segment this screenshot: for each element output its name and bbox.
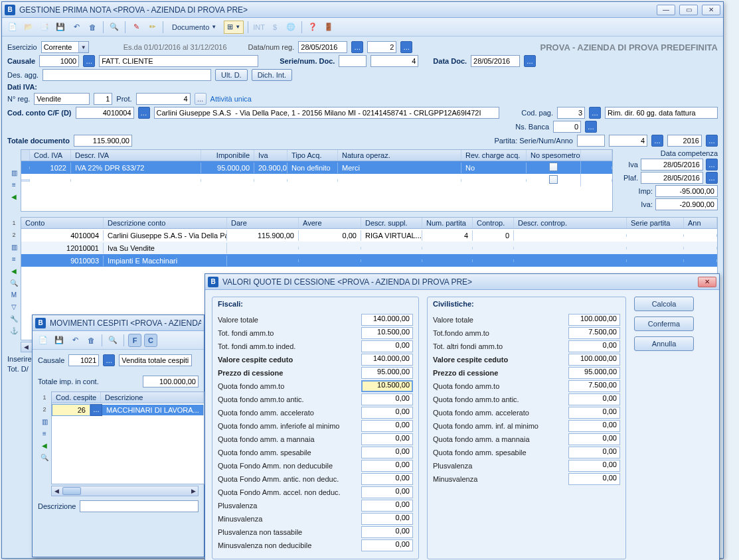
- tree-menu[interactable]: ⊞ ▼: [224, 21, 244, 34]
- value-field[interactable]: 0,00: [568, 460, 620, 472]
- value-field[interactable]: 0,00: [568, 340, 620, 352]
- value-field[interactable]: 0,00: [568, 420, 620, 432]
- conti-row[interactable]: 4010004 Carlini Giuseppe S.A.S - Via Del…: [21, 229, 717, 242]
- date-picker-icon[interactable]: …: [706, 172, 718, 184]
- ult-d-button[interactable]: Ult. D.: [215, 69, 248, 81]
- row-detail-icon[interactable]: ▥: [9, 242, 19, 251]
- close-button[interactable]: ✕: [698, 277, 716, 287]
- filter-icon[interactable]: ▽: [9, 302, 19, 311]
- value-field[interactable]: 95.000,00: [568, 367, 620, 379]
- iva-row[interactable]: [21, 174, 612, 186]
- prot-num-field[interactable]: [136, 93, 191, 105]
- esercizio-combo[interactable]: ▼: [41, 41, 89, 53]
- lookup-icon[interactable]: …: [706, 135, 718, 147]
- des-agg-field[interactable]: [42, 69, 211, 81]
- value-field[interactable]: 0,00: [361, 433, 413, 445]
- value-field[interactable]: 0,00: [361, 393, 413, 405]
- value-field[interactable]: 0,00: [361, 513, 413, 525]
- value-field[interactable]: 0,00: [361, 486, 413, 498]
- row-detail-icon[interactable]: ▥: [9, 168, 19, 177]
- descr-field[interactable]: [80, 500, 199, 512]
- value-field[interactable]: 0,00: [568, 407, 620, 419]
- new-icon[interactable]: 📄: [37, 334, 50, 347]
- value-field[interactable]: 0,00: [361, 526, 413, 538]
- value-field[interactable]: 0,00: [568, 473, 620, 485]
- value-field[interactable]: 0,00: [568, 433, 620, 445]
- chevron-down-icon[interactable]: ▼: [78, 42, 88, 52]
- conti-row[interactable]: 12010001 Iva Su Vendite: [21, 242, 717, 254]
- iva-grid[interactable]: Cod. IVA Descr. IVA Imponibile Iva Tipo …: [21, 149, 613, 212]
- value-field[interactable]: 0,00: [361, 539, 413, 551]
- value-field[interactable]: 0,00: [361, 460, 413, 472]
- data-doc-field[interactable]: [471, 55, 520, 67]
- plaf-date[interactable]: 28/05/2016: [641, 172, 703, 184]
- totale-doc-field[interactable]: [74, 135, 132, 147]
- anagrafica-field[interactable]: [154, 107, 499, 119]
- lookup-icon[interactable]: …: [138, 107, 150, 119]
- exit-icon[interactable]: 🚪: [322, 21, 335, 34]
- ns-banca-field[interactable]: [553, 121, 581, 133]
- value-field[interactable]: 0,00: [361, 340, 413, 352]
- row-detail-icon[interactable]: ▥: [40, 417, 49, 426]
- mov-totimp-field[interactable]: [143, 376, 199, 387]
- search-icon[interactable]: 🔍: [106, 334, 120, 347]
- spesometro-checkbox[interactable]: [549, 175, 558, 184]
- partita-serie-field[interactable]: [577, 135, 605, 147]
- dich-int-button[interactable]: Dich. Int.: [252, 69, 292, 81]
- row-list-icon[interactable]: ≡: [40, 429, 49, 438]
- maximize-button[interactable]: ▭: [679, 5, 698, 15]
- minimize-button[interactable]: —: [657, 5, 675, 15]
- tool-pencil-icon[interactable]: ✏: [145, 21, 159, 34]
- data-reg-field[interactable]: [298, 41, 347, 53]
- help-icon[interactable]: ❓: [306, 21, 319, 34]
- value-field[interactable]: 0,00: [568, 393, 620, 405]
- copy-icon[interactable]: 📑: [38, 21, 51, 34]
- value-field[interactable]: 0,00: [361, 420, 413, 432]
- value-field[interactable]: 95.000,00: [361, 367, 413, 379]
- value-field[interactable]: 10.500,00: [361, 327, 413, 339]
- c-icon[interactable]: C: [144, 334, 157, 347]
- close-button[interactable]: ✕: [702, 5, 720, 15]
- delete-icon[interactable]: 🗑: [86, 21, 99, 34]
- lookup-icon[interactable]: …: [589, 107, 601, 119]
- open-icon[interactable]: 📂: [22, 21, 35, 34]
- partita-anno-field[interactable]: [667, 135, 702, 147]
- conferma-button[interactable]: Conferma: [634, 316, 694, 331]
- value-field[interactable]: 100.000,00: [568, 354, 620, 366]
- f-icon[interactable]: F: [128, 334, 141, 347]
- value-field[interactable]: 140.000,00: [361, 314, 413, 326]
- calcola-button[interactable]: Calcola: [634, 297, 694, 311]
- attivita-link[interactable]: Attività unica: [210, 95, 252, 103]
- lookup-icon[interactable]: …: [195, 93, 206, 105]
- spesometro-checkbox[interactable]: [549, 163, 558, 171]
- value-field[interactable]: 0,00: [568, 447, 620, 458]
- num-doc-field[interactable]: [370, 55, 418, 67]
- value-field[interactable]: 0,00: [361, 407, 413, 419]
- value-field[interactable]: 0,00: [361, 500, 413, 512]
- iva-row[interactable]: 1022 IVA 22% DPR 633/72 95.000,00 20.900…: [21, 161, 612, 174]
- value-field[interactable]: 100.000,00: [568, 314, 620, 326]
- row-add-icon[interactable]: ◀: [9, 266, 19, 275]
- num-reg-field[interactable]: [367, 41, 396, 53]
- value-field[interactable]: 10.500,00: [361, 380, 413, 392]
- mov-causale-code[interactable]: [68, 354, 99, 366]
- delete-icon[interactable]: 🗑: [84, 334, 98, 347]
- documento-menu[interactable]: Documento▼: [167, 21, 221, 34]
- nreg-num-field[interactable]: [94, 93, 112, 105]
- row-list-icon[interactable]: ≡: [9, 254, 19, 263]
- scroll-left-icon[interactable]: ◀: [21, 342, 31, 352]
- causale-code-field[interactable]: [39, 55, 79, 67]
- conti-row[interactable]: 9010003 Impianti E Macchinari: [21, 254, 717, 267]
- row-add-icon[interactable]: ◀: [40, 441, 49, 450]
- cespite-row[interactable]: 26 … MACCHINARI DI LAVORA...: [52, 403, 204, 416]
- save-icon[interactable]: 💾: [54, 21, 67, 34]
- mov-titlebar[interactable]: B MOVIMENTI CESPITI <PROVA - AZIENDA DI: [33, 315, 204, 331]
- partita-num-field[interactable]: [609, 135, 647, 147]
- val-titlebar[interactable]: B VALORI QUOTE DI CESSIONE <PROVA - AZIE…: [205, 274, 719, 290]
- new-icon[interactable]: 📄: [6, 21, 19, 34]
- iva-date[interactable]: 28/05/2016: [641, 159, 703, 171]
- value-field[interactable]: 7.500,00: [568, 327, 620, 339]
- tool-icon[interactable]: 🔧: [9, 314, 19, 323]
- cod-conto-field[interactable]: [76, 107, 134, 119]
- lookup-icon[interactable]: …: [90, 404, 102, 416]
